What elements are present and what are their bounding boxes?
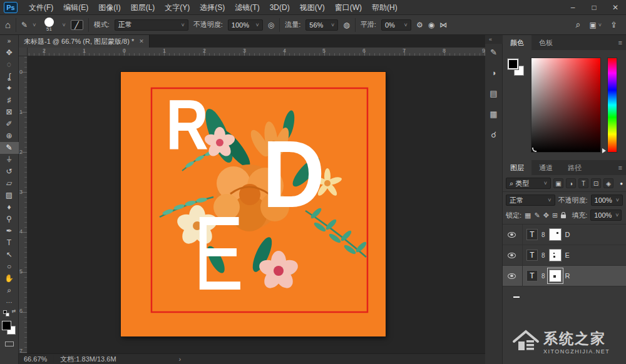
- lock-artboard-icon[interactable]: ⊞: [552, 211, 558, 220]
- layer-name[interactable]: E: [565, 251, 570, 259]
- tablet-pressure-size-icon[interactable]: ◉: [428, 21, 434, 29]
- opacity-dropdown[interactable]: 100% ˅: [228, 19, 263, 31]
- filter-text-icon[interactable]: T: [578, 178, 588, 188]
- toggle-brush-panel-icon[interactable]: [71, 20, 83, 30]
- close-button[interactable]: ✕: [605, 0, 626, 15]
- blur-tool[interactable]: ♦: [0, 201, 19, 213]
- fill-dropdown[interactable]: 100% ˅: [590, 210, 622, 221]
- filter-toggle-icon[interactable]: ●: [620, 181, 623, 186]
- tab-layers[interactable]: 图层: [503, 160, 531, 175]
- history-brush-tool[interactable]: ↺: [0, 166, 19, 178]
- healing-brush-tool[interactable]: ⊕: [0, 130, 19, 142]
- search-icon[interactable]: ⌕: [576, 19, 581, 30]
- lock-image-pixels-icon[interactable]: ✎: [534, 211, 540, 220]
- gradient-tool[interactable]: ▨: [0, 190, 19, 201]
- visibility-eye-icon[interactable]: [508, 253, 516, 258]
- layer-blend-mode-dropdown[interactable]: 正常 ˅: [506, 195, 555, 206]
- zoom-level-field[interactable]: 66.67%: [24, 355, 47, 363]
- layer-mask-link-icon[interactable]: 8: [541, 252, 545, 259]
- status-options-chevron-icon[interactable]: ›: [179, 355, 182, 363]
- eyedropper-tool[interactable]: ✐: [0, 118, 19, 130]
- document-canvas[interactable]: R D E: [121, 72, 386, 336]
- properties-panel-icon[interactable]: ▦: [490, 109, 497, 119]
- layer-mask-thumbnail[interactable]: [549, 228, 562, 241]
- lasso-tool[interactable]: ʆ: [0, 71, 19, 83]
- more-tools-icon[interactable]: ···: [0, 296, 19, 308]
- minimize-button[interactable]: –: [562, 0, 583, 15]
- flow-dropdown[interactable]: 56% ˅: [305, 19, 338, 31]
- layer-name[interactable]: D: [565, 231, 570, 238]
- maximize-button[interactable]: □: [583, 0, 605, 15]
- workspace-switcher-icon[interactable]: ▣: [589, 21, 596, 29]
- dodge-tool[interactable]: ⚲: [0, 213, 19, 225]
- brush-settings-panel-icon[interactable]: ✎: [490, 48, 497, 57]
- filter-image-icon[interactable]: ▣: [553, 178, 563, 188]
- frame-tool[interactable]: ⊠: [0, 106, 19, 118]
- menu-help[interactable]: 帮助(H): [367, 0, 403, 15]
- lock-all-icon[interactable]: [561, 215, 566, 218]
- layer-row-d[interactable]: T 8 D: [503, 225, 626, 245]
- layer-mask-thumbnail[interactable]: [549, 249, 562, 261]
- menu-filter[interactable]: 滤镜(T): [230, 0, 264, 15]
- menu-3d[interactable]: 3D(D): [265, 0, 295, 15]
- close-tab-icon[interactable]: ✕: [139, 38, 144, 44]
- brush-size-preview[interactable]: 51: [41, 17, 57, 33]
- text-layer-thumbnail[interactable]: T: [526, 270, 538, 281]
- pen-tool[interactable]: ✒: [0, 225, 19, 237]
- menu-image[interactable]: 图像(I): [93, 0, 125, 15]
- visibility-eye-icon[interactable]: [508, 232, 516, 238]
- marquee-tool[interactable]: ◌: [0, 59, 19, 71]
- layer-mask-link-icon[interactable]: 8: [541, 273, 545, 280]
- blend-mode-dropdown[interactable]: 正常 ˅: [115, 19, 188, 31]
- zoom-tool[interactable]: ⌕: [0, 285, 19, 296]
- document-tab[interactable]: 未标题-1 @ 66.7% (R, 图层蒙版/8) * ✕: [19, 35, 150, 48]
- menu-edit[interactable]: 编辑(E): [58, 0, 93, 15]
- default-swap-colors-icon[interactable]: ⇄: [0, 308, 19, 317]
- expand-tools-icon[interactable]: »: [0, 35, 19, 47]
- tablet-pressure-opacity-icon[interactable]: ◎: [268, 21, 274, 29]
- foreground-color-swatch[interactable]: [508, 59, 518, 69]
- character-panel-icon[interactable]: ▤: [490, 89, 497, 98]
- text-layer-thumbnail[interactable]: T: [526, 250, 538, 261]
- eraser-tool[interactable]: ▱: [0, 178, 19, 190]
- home-icon[interactable]: ⌂: [5, 19, 11, 30]
- quick-selection-tool[interactable]: ✦: [0, 83, 19, 94]
- path-selection-tool[interactable]: ↖: [0, 249, 19, 261]
- menu-view[interactable]: 视图(V): [295, 0, 330, 15]
- tab-swatches[interactable]: 色板: [531, 35, 560, 50]
- tab-paths[interactable]: 路径: [560, 160, 589, 175]
- tab-color[interactable]: 颜色: [503, 35, 531, 50]
- menu-type[interactable]: 文字(Y): [160, 0, 195, 15]
- collapse-strip-icon[interactable]: «: [489, 36, 492, 43]
- foreground-color-swatch[interactable]: [2, 321, 11, 330]
- menu-select[interactable]: 选择(S): [195, 0, 230, 15]
- filter-shape-icon[interactable]: ⊡: [591, 178, 601, 188]
- tab-channels[interactable]: 通道: [531, 160, 560, 175]
- hand-tool[interactable]: ✋: [0, 273, 19, 285]
- smoothing-options-gear-icon[interactable]: ⚙: [416, 21, 423, 29]
- panel-menu-icon[interactable]: ≡: [618, 39, 622, 46]
- lock-position-icon[interactable]: ✥: [543, 211, 549, 220]
- menu-layer[interactable]: 图层(L): [126, 0, 160, 15]
- filter-adjustment-icon[interactable]: ◑: [566, 178, 576, 188]
- paint-symmetry-icon[interactable]: ⋈: [439, 21, 447, 29]
- layer-row-e[interactable]: T 8 E: [503, 245, 626, 266]
- lock-transparent-pixels-icon[interactable]: ▦: [525, 211, 531, 220]
- move-tool[interactable]: ✥: [0, 47, 19, 59]
- panel-menu-icon[interactable]: ≡: [618, 164, 622, 171]
- menu-window[interactable]: 窗口(W): [330, 0, 367, 15]
- layer-name[interactable]: R: [565, 272, 570, 280]
- text-layer-thumbnail[interactable]: T: [526, 229, 538, 240]
- clone-stamp-tool[interactable]: ⏚: [0, 154, 19, 166]
- screen-mode-icon[interactable]: [5, 341, 14, 346]
- brush-tool[interactable]: ✎: [0, 142, 19, 154]
- layer-opacity-dropdown[interactable]: 100% ˅: [591, 195, 623, 206]
- layer-mask-thumbnail-selected[interactable]: [549, 270, 562, 282]
- filter-smart-object-icon[interactable]: ◈: [603, 178, 613, 188]
- filter-type-dropdown[interactable]: ⌕ 类型 ˅: [506, 178, 551, 189]
- saturation-brightness-field[interactable]: [531, 58, 601, 153]
- layer-mask-link-icon[interactable]: 8: [541, 231, 545, 238]
- smoothing-dropdown[interactable]: 0% ˅: [381, 19, 411, 31]
- brush-tool-preset-icon[interactable]: ✎: [21, 21, 28, 29]
- shape-tool[interactable]: ○: [0, 261, 19, 273]
